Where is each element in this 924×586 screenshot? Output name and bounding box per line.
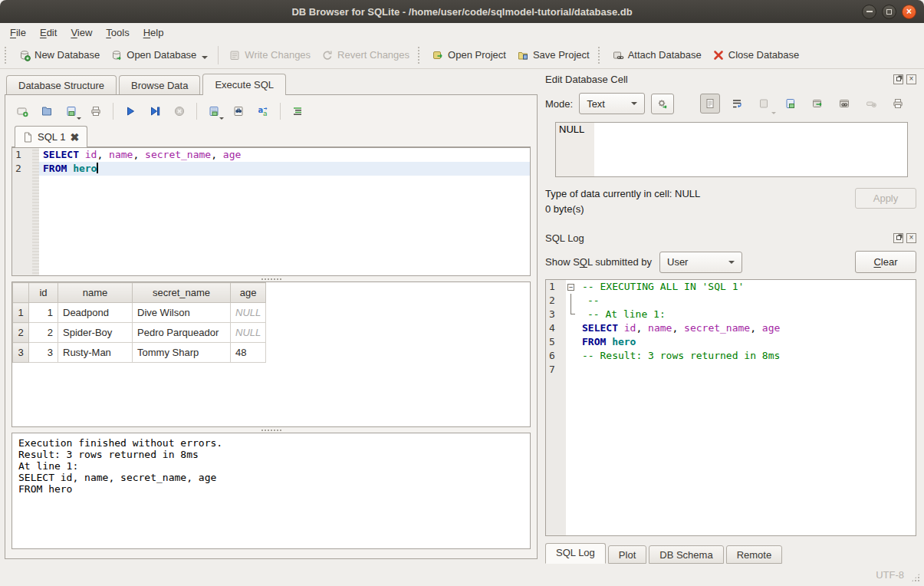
format-sql-button[interactable] bbox=[290, 104, 305, 119]
menu-file[interactable]: File bbox=[3, 25, 33, 41]
save-results-dropdown-icon[interactable] bbox=[219, 117, 224, 120]
sql-log-close-button[interactable]: × bbox=[906, 233, 916, 243]
toolbar-drag-handle[interactable] bbox=[598, 47, 603, 64]
sql-comment: -- bbox=[587, 295, 600, 306]
cell-name[interactable]: Spider-Boy bbox=[58, 323, 133, 343]
mode-select[interactable]: Text bbox=[579, 93, 645, 114]
menu-tools[interactable]: Tools bbox=[99, 25, 136, 41]
clear-log-button[interactable]: Clear bbox=[855, 251, 916, 273]
table-row[interactable]: 1 1 Deadpond Dive Wilson NULL bbox=[13, 303, 266, 323]
find-replace-button[interactable] bbox=[231, 104, 246, 119]
close-button[interactable]: × bbox=[902, 5, 916, 19]
save-sql-file-button[interactable] bbox=[64, 104, 79, 119]
sql-editor[interactable]: 1 SELECT id, name, secret_name, age 2 FR… bbox=[12, 147, 531, 276]
editor-line[interactable]: 1 SELECT id, name, secret_name, age bbox=[12, 148, 530, 162]
results-grid[interactable]: id name secret_name age 1 1 Deadpond Div… bbox=[12, 281, 531, 427]
cell-age[interactable]: NULL bbox=[231, 303, 266, 323]
column-header-id[interactable]: id bbox=[29, 283, 58, 303]
cell-secret-name[interactable]: Dive Wilson bbox=[133, 303, 231, 323]
attach-database-icon bbox=[612, 49, 624, 61]
editor-line-current[interactable]: 2 FROM hero bbox=[12, 162, 530, 176]
row-header[interactable]: 3 bbox=[13, 343, 29, 363]
cell-name[interactable]: Rusty-Man bbox=[58, 343, 133, 363]
attach-database-button[interactable]: Attach Database bbox=[607, 47, 707, 64]
export-cell-button[interactable] bbox=[807, 94, 827, 114]
open-project-button[interactable]: Open Project bbox=[426, 47, 511, 64]
import-file-button[interactable] bbox=[754, 94, 774, 114]
row-header[interactable]: 2 bbox=[13, 323, 29, 343]
tab-browse-data[interactable]: Browse Data bbox=[119, 75, 200, 94]
apply-button[interactable]: Apply bbox=[855, 188, 916, 209]
resize-grip[interactable] bbox=[911, 573, 920, 582]
cell-id[interactable]: 3 bbox=[29, 343, 58, 363]
stop-button[interactable] bbox=[172, 104, 187, 119]
results-message-splitter[interactable] bbox=[12, 427, 531, 433]
cell-age[interactable]: NULL bbox=[231, 323, 266, 343]
table-row[interactable]: 3 3 Rusty-Man Tommy Sharp 48 bbox=[13, 343, 266, 363]
set-null-button[interactable] bbox=[861, 94, 881, 114]
autocomplete-button[interactable]: a a bbox=[255, 104, 271, 119]
cell-secret-name[interactable]: Pedro Parqueador bbox=[133, 323, 231, 343]
save-project-button[interactable]: Save Project bbox=[511, 47, 595, 64]
cell-age[interactable]: 48 bbox=[231, 343, 266, 363]
menu-edit[interactable]: Edit bbox=[33, 25, 64, 41]
menu-help[interactable]: Help bbox=[136, 25, 171, 41]
fold-collapse-icon[interactable]: − bbox=[567, 284, 574, 291]
sql1-tab-close-icon[interactable]: ✖ bbox=[70, 132, 79, 143]
tab-execute-sql[interactable]: Execute SQL bbox=[202, 74, 286, 95]
execution-message-box[interactable]: Execution finished without errors. Resul… bbox=[12, 433, 531, 549]
write-changes-button[interactable]: Write Changes bbox=[223, 47, 316, 64]
cell-secret-name[interactable]: Tommy Sharp bbox=[133, 343, 231, 363]
cell-id[interactable]: 1 bbox=[29, 303, 58, 323]
cell-value-editor[interactable]: NULL bbox=[555, 122, 908, 177]
fold-cell bbox=[566, 294, 578, 308]
submitter-select[interactable]: User bbox=[659, 252, 742, 273]
print-button[interactable] bbox=[88, 104, 104, 119]
edit-cell-close-button[interactable]: × bbox=[906, 74, 916, 84]
open-sql-file-button[interactable] bbox=[39, 104, 54, 119]
column-header-secret-name[interactable]: secret_name bbox=[133, 283, 231, 303]
print-cell-button[interactable] bbox=[888, 94, 908, 114]
open-database-button[interactable]: Open Database bbox=[105, 47, 213, 64]
menu-view[interactable]: View bbox=[64, 25, 99, 41]
fold-cell bbox=[566, 349, 578, 363]
sql-log-editor[interactable]: 1 − -- EXECUTING ALL IN 'SQL 1' 2 -- 3 -… bbox=[545, 279, 916, 536]
sql-log-float-button[interactable] bbox=[893, 233, 903, 243]
link-data-button[interactable] bbox=[834, 94, 854, 114]
word-wrap-button[interactable] bbox=[727, 94, 747, 114]
edit-cell-float-button[interactable] bbox=[893, 74, 903, 84]
title-bar[interactable]: DB Browser for SQLite - /home/user/code/… bbox=[0, 0, 924, 23]
maximize-button[interactable] bbox=[882, 5, 896, 19]
column-header-age[interactable]: age bbox=[231, 283, 266, 303]
tab-sql-log[interactable]: SQL Log bbox=[545, 543, 606, 564]
tab-plot[interactable]: Plot bbox=[608, 545, 646, 564]
sql1-tab[interactable]: SQL 1 ✖ bbox=[15, 126, 87, 147]
execute-all-button[interactable] bbox=[123, 104, 138, 119]
open-database-dropdown-icon[interactable] bbox=[202, 56, 208, 59]
cell-id[interactable]: 2 bbox=[29, 323, 58, 343]
text-mode-button[interactable] bbox=[700, 94, 720, 114]
sql-identifier: id bbox=[85, 149, 97, 160]
save-results-button[interactable] bbox=[206, 104, 222, 119]
new-database-button[interactable]: New Database bbox=[13, 47, 105, 64]
execute-current-line-button[interactable] bbox=[147, 104, 163, 119]
editor-results-splitter[interactable] bbox=[12, 276, 531, 281]
toolbar-drag-handle[interactable] bbox=[418, 47, 423, 64]
save-sql-dropdown-icon[interactable] bbox=[77, 117, 81, 120]
tab-database-structure[interactable]: Database Structure bbox=[6, 75, 117, 94]
revert-changes-button[interactable]: Revert Changes bbox=[316, 47, 415, 64]
new-tab-button[interactable] bbox=[15, 104, 30, 119]
corner-header[interactable] bbox=[13, 283, 29, 303]
tab-db-schema[interactable]: DB Schema bbox=[649, 545, 723, 564]
table-row[interactable]: 2 2 Spider-Boy Pedro Parqueador NULL bbox=[13, 323, 266, 343]
tab-remote[interactable]: Remote bbox=[726, 545, 783, 564]
import-data-button[interactable] bbox=[651, 94, 674, 114]
minimize-button[interactable] bbox=[862, 5, 876, 19]
column-header-name[interactable]: name bbox=[58, 283, 133, 303]
close-database-button[interactable]: Close Database bbox=[707, 47, 805, 64]
toolbar-drag-handle[interactable] bbox=[5, 47, 10, 64]
save-cell-button[interactable] bbox=[781, 94, 801, 114]
cell-name[interactable]: Deadpond bbox=[58, 303, 133, 323]
main-toolbar: New Database Open Database Write Changes bbox=[0, 41, 924, 69]
row-header[interactable]: 1 bbox=[13, 303, 29, 323]
